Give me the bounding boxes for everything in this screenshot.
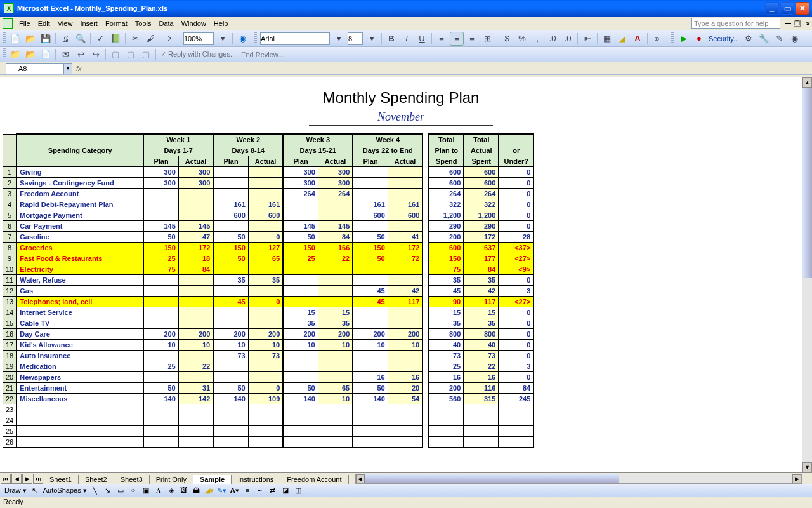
autoshapes-menu[interactable]: AutoShapes ▾ [43, 486, 87, 495]
table-row[interactable]: 24 [3, 415, 534, 425]
doc-minimize-button[interactable] [785, 23, 791, 24]
plan-cell[interactable] [143, 318, 178, 328]
total-actual-cell[interactable]: 116 [464, 382, 499, 393]
plan-cell[interactable] [283, 210, 318, 220]
plan-cell[interactable] [213, 318, 248, 328]
total-plan-cell[interactable]: 25 [429, 361, 464, 371]
actual-cell[interactable]: 22 [178, 361, 213, 371]
total-actual-cell[interactable]: 172 [464, 231, 499, 242]
actual-cell[interactable] [248, 285, 283, 296]
total-plan-cell[interactable] [429, 436, 464, 447]
actual-cell[interactable] [178, 318, 213, 328]
total-actual-cell[interactable]: 35 [464, 274, 499, 285]
plan-cell[interactable]: 600 [353, 210, 388, 220]
textbox-icon[interactable]: ▣ [140, 485, 152, 496]
total-actual-cell[interactable]: 264 [464, 188, 499, 199]
plan-cell[interactable] [283, 371, 318, 382]
plan-cell[interactable]: 140 [283, 393, 318, 404]
actual-cell[interactable] [388, 166, 422, 177]
actual-cell[interactable] [318, 404, 353, 415]
total-plan-cell[interactable]: 35 [429, 318, 464, 328]
over-under-cell[interactable]: <27> [499, 253, 534, 264]
plan-cell[interactable]: 45 [353, 296, 388, 307]
plan-cell[interactable] [213, 307, 248, 318]
actual-cell[interactable]: 47 [178, 231, 213, 242]
total-plan-cell[interactable]: 322 [429, 199, 464, 210]
actual-cell[interactable] [318, 371, 353, 382]
table-row[interactable]: 23 [3, 404, 534, 415]
category-cell[interactable]: Gas [16, 285, 143, 296]
plan-cell[interactable] [213, 285, 248, 296]
actual-cell[interactable]: 127 [248, 242, 283, 253]
total-plan-cell[interactable]: 45 [429, 285, 464, 296]
total-actual-cell[interactable] [464, 436, 499, 447]
total-actual-cell[interactable]: 15 [464, 307, 499, 318]
plan-cell[interactable] [213, 220, 248, 231]
help-icon[interactable]: ◉ [235, 32, 249, 46]
plan-cell[interactable]: 10 [283, 339, 318, 350]
actual-cell[interactable] [388, 264, 422, 274]
plan-cell[interactable] [143, 199, 178, 210]
plan-cell[interactable]: 35 [283, 318, 318, 328]
plan-cell[interactable] [213, 371, 248, 382]
actual-cell[interactable] [318, 264, 353, 274]
actual-cell[interactable]: 200 [178, 328, 213, 339]
align-right-icon[interactable]: ≡ [465, 32, 479, 46]
tab-prev-icon[interactable]: ◀ [11, 474, 22, 484]
plan-cell[interactable] [213, 361, 248, 371]
category-cell[interactable]: Auto Insurance [16, 350, 143, 361]
plan-cell[interactable] [283, 425, 318, 436]
menu-edit[interactable]: Edit [34, 18, 54, 29]
arrow-icon[interactable]: ↘ [102, 485, 114, 496]
menu-data[interactable]: Data [155, 18, 177, 29]
category-cell[interactable]: Telephones; land, cell [16, 296, 143, 307]
sheet-tab-sheet1[interactable]: Sheet1 [43, 475, 79, 485]
plan-cell[interactable] [143, 296, 178, 307]
rev3-icon[interactable]: 📄 [39, 48, 53, 62]
plan-cell[interactable]: 145 [143, 220, 178, 231]
table-row[interactable]: 14Internet Service151515150 [3, 307, 534, 318]
plan-cell[interactable] [213, 177, 248, 188]
plan-cell[interactable]: 50 [283, 382, 318, 393]
total-plan-cell[interactable] [429, 425, 464, 436]
actual-cell[interactable]: 0 [248, 231, 283, 242]
over-under-cell[interactable] [499, 404, 534, 415]
over-under-cell[interactable]: 0 [499, 318, 534, 328]
menu-view[interactable]: View [54, 18, 77, 29]
actual-cell[interactable]: 300 [318, 177, 353, 188]
table-row[interactable]: 12Gas454245423 [3, 285, 534, 296]
total-plan-cell[interactable]: 600 [429, 166, 464, 177]
rev5-icon[interactable]: ↩ [74, 48, 88, 62]
table-row[interactable]: 4Rapid Debt-Repayment Plan16116116116132… [3, 199, 534, 210]
menu-help[interactable]: Help [210, 18, 232, 29]
plan-cell[interactable] [283, 415, 318, 425]
table-row[interactable]: 8Groceries150172150127150166150172600637… [3, 242, 534, 253]
over-under-cell[interactable]: 0 [499, 328, 534, 339]
menu-file[interactable]: File [15, 18, 34, 29]
plan-cell[interactable] [353, 361, 388, 371]
category-cell[interactable]: Internet Service [16, 307, 143, 318]
plan-cell[interactable] [283, 361, 318, 371]
plan-cell[interactable]: 150 [283, 242, 318, 253]
fontcolor-icon[interactable]: A [631, 32, 645, 46]
over-under-cell[interactable]: 0 [499, 220, 534, 231]
actual-cell[interactable] [248, 264, 283, 274]
rev2-icon[interactable]: 📂 [23, 48, 37, 62]
total-actual-cell[interactable]: 800 [464, 328, 499, 339]
plan-cell[interactable] [283, 296, 318, 307]
open-icon[interactable]: 📂 [23, 32, 37, 46]
actual-cell[interactable] [318, 415, 353, 425]
plan-cell[interactable] [143, 274, 178, 285]
doc-icon[interactable] [3, 18, 13, 29]
dec-indent-icon[interactable]: ⇤ [580, 32, 594, 46]
worksheet-area[interactable]: Monthly Spending Plan November Spending … [0, 77, 802, 472]
actual-cell[interactable]: 172 [388, 242, 422, 253]
actual-cell[interactable]: 300 [318, 166, 353, 177]
actual-cell[interactable] [178, 371, 213, 382]
plan-cell[interactable]: 150 [353, 242, 388, 253]
table-row[interactable]: 25 [3, 425, 534, 436]
actual-cell[interactable]: 22 [318, 253, 353, 264]
category-cell[interactable]: Medication [16, 361, 143, 371]
over-under-cell[interactable]: 0 [499, 274, 534, 285]
plan-cell[interactable] [353, 350, 388, 361]
